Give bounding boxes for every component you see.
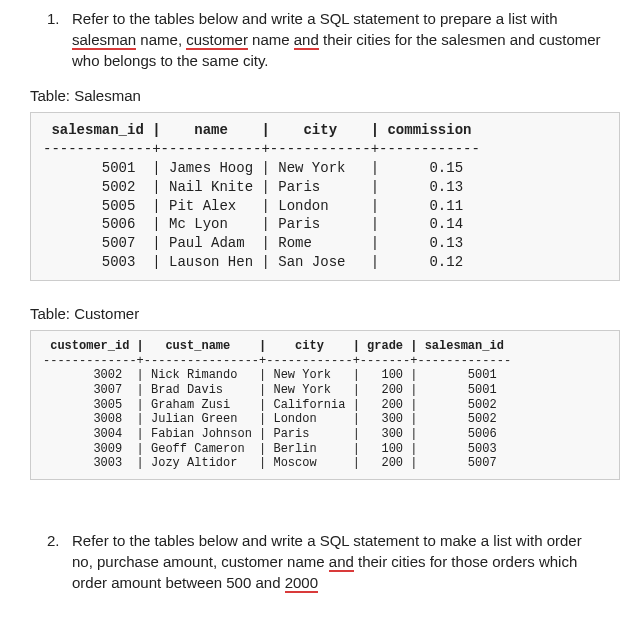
text-part: Refer to the tables below and write a SQ… — [72, 10, 558, 27]
question-list: 1. Refer to the tables below and write a… — [0, 8, 632, 71]
table-row: 3008 | Julian Green | London | 300 | 500… — [43, 412, 497, 426]
table-row: 3003 | Jozy Altidor | Moscow | 200 | 500… — [43, 456, 497, 470]
underline-and: and — [294, 31, 319, 50]
question-number: 2. — [47, 530, 60, 551]
question-2: 2. Refer to the tables below and write a… — [52, 530, 632, 593]
table-header: salesman_id | name | city | commission — [43, 122, 471, 138]
table-salesman-label: Table: Salesman — [30, 85, 632, 106]
text-part: name — [248, 31, 294, 48]
underline-and: and — [329, 553, 354, 572]
table-customer: customer_id | cust_name | city | grade |… — [30, 330, 620, 480]
table-divider: -------------+----------------+---------… — [43, 354, 511, 368]
table-row: 3002 | Nick Rimando | New York | 100 | 5… — [43, 368, 497, 382]
underline-customer: customer — [186, 31, 248, 50]
question-number: 1. — [47, 8, 60, 29]
table-row: 5003 | Lauson Hen | San Jose | 0.12 — [43, 254, 463, 270]
table-row: 5006 | Mc Lyon | Paris | 0.14 — [43, 216, 463, 232]
table-header: customer_id | cust_name | city | grade |… — [43, 339, 504, 353]
question-text: Refer to the tables below and write a SQ… — [72, 10, 601, 69]
table-divider: -------------+------------+------------+… — [43, 141, 480, 157]
question-text: Refer to the tables below and write a SQ… — [72, 532, 582, 593]
table-row: 5001 | James Hoog | New York | 0.15 — [43, 160, 463, 176]
question-list-2: 2. Refer to the tables below and write a… — [0, 530, 632, 593]
table-customer-label: Table: Customer — [30, 303, 632, 324]
underline-salesman: salesman — [72, 31, 136, 50]
table-salesman: salesman_id | name | city | commission -… — [30, 112, 620, 281]
table-row: 3004 | Fabian Johnson | Paris | 300 | 50… — [43, 427, 497, 441]
table-row: 5002 | Nail Knite | Paris | 0.13 — [43, 179, 463, 195]
text-part: name, — [136, 31, 186, 48]
table-row: 5007 | Paul Adam | Rome | 0.13 — [43, 235, 463, 251]
table-row: 3007 | Brad Davis | New York | 200 | 500… — [43, 383, 497, 397]
underline-2000: 2000 — [285, 574, 318, 593]
table-row: 5005 | Pit Alex | London | 0.11 — [43, 198, 463, 214]
table-row: 3009 | Geoff Cameron | Berlin | 100 | 50… — [43, 442, 497, 456]
question-1: 1. Refer to the tables below and write a… — [52, 8, 632, 71]
table-row: 3005 | Graham Zusi | California | 200 | … — [43, 398, 497, 412]
